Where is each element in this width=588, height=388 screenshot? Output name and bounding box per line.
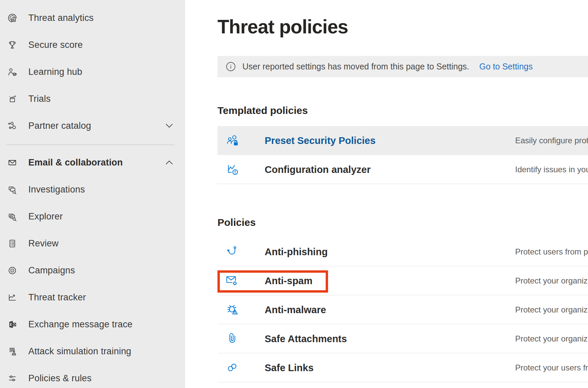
safe-links-icon xyxy=(225,360,240,375)
threat-tracker-icon xyxy=(7,292,18,303)
sidebar-item-label: Learning hub xyxy=(28,67,82,77)
sidebar-item-label: Review xyxy=(28,238,59,249)
sidebar-item-threat-analytics[interactable]: Threat analytics xyxy=(0,4,185,31)
secure-score-icon xyxy=(7,40,18,50)
preset-security-policies-icon xyxy=(225,133,240,148)
sidebar-item-label: Partner catalog xyxy=(28,121,91,131)
sidebar-item-label: Threat analytics xyxy=(28,13,94,23)
sidebar-item-secure-score[interactable]: Secure score xyxy=(0,31,185,58)
info-banner: User reported settings has moved from th… xyxy=(217,56,588,77)
sidebar-item-label: Email & collaboration xyxy=(28,157,123,168)
sidebar: Threat analytics Secure score xyxy=(0,0,185,388)
sidebar-item-email-collaboration[interactable]: Email & collaboration xyxy=(0,149,185,176)
sidebar-item-label: Campaigns xyxy=(28,265,75,276)
row-description: Identify issues in you xyxy=(515,165,588,174)
go-to-settings-link[interactable]: Go to Settings xyxy=(479,62,533,71)
policies-list: Anti-phishing Protect users from p Anti-… xyxy=(217,237,588,382)
row-label: Anti-malware xyxy=(265,304,326,315)
attack-simulation-icon xyxy=(7,346,18,357)
row-label: Safe Attachments xyxy=(265,333,347,344)
row-label: Anti-spam xyxy=(265,275,313,286)
sidebar-item-label: Secure score xyxy=(28,40,83,50)
anti-phishing-icon xyxy=(225,244,240,259)
sidebar-item-exchange-message-trace[interactable]: Exchange message trace xyxy=(0,311,185,338)
sidebar-item-label: Exchange message trace xyxy=(28,319,133,330)
safe-attachments-icon xyxy=(225,331,240,346)
email-icon xyxy=(7,157,18,168)
policies-rules-icon xyxy=(7,373,18,384)
info-icon xyxy=(226,62,236,71)
anti-spam-icon xyxy=(225,273,240,288)
row-preset-security-policies[interactable]: Preset Security Policies Easily configur… xyxy=(217,126,588,155)
section-heading-policies: Policies xyxy=(217,216,256,229)
row-description: Protect your organiz xyxy=(515,276,588,286)
configuration-analyzer-icon xyxy=(225,162,240,177)
sidebar-item-threat-tracker[interactable]: Threat tracker xyxy=(0,284,185,311)
investigations-icon xyxy=(7,184,18,195)
sidebar-item-policies-rules[interactable]: Policies & rules xyxy=(0,365,185,388)
sidebar-email-group: Email & collaboration Investigations xyxy=(0,149,185,388)
sidebar-item-review[interactable]: Review xyxy=(0,230,185,257)
sidebar-divider xyxy=(6,145,175,145)
row-description: Protect your organiz xyxy=(515,305,588,315)
row-anti-spam[interactable]: Anti-spam Protect your organiz xyxy=(217,266,588,295)
sidebar-top-group: Threat analytics Secure score xyxy=(0,0,185,139)
section-heading-templated-policies: Templated policies xyxy=(217,104,308,117)
exchange-icon xyxy=(7,319,18,330)
sidebar-item-trials[interactable]: Trials xyxy=(0,85,185,112)
banner-message: User reported settings has moved from th… xyxy=(242,62,469,71)
row-configuration-analyzer[interactable]: Configuration analyzer Identify issues i… xyxy=(217,155,588,184)
partner-catalog-icon xyxy=(7,121,18,131)
row-label-link[interactable]: Preset Security Policies xyxy=(265,135,376,146)
row-anti-phishing[interactable]: Anti-phishing Protect users from p xyxy=(217,237,588,266)
row-description: Protect users from p xyxy=(515,247,588,257)
sidebar-item-label: Investigations xyxy=(28,184,85,195)
templated-policies-list: Preset Security Policies Easily configur… xyxy=(217,126,588,184)
sidebar-item-investigations[interactable]: Investigations xyxy=(0,176,185,203)
sidebar-item-label: Explorer xyxy=(28,211,63,222)
chevron-down-icon xyxy=(166,123,173,128)
main-content: Threat policies User reported settings h… xyxy=(185,0,588,388)
defender-portal-window: Threat analytics Secure score xyxy=(0,0,588,388)
threat-analytics-icon xyxy=(7,13,18,23)
row-description: Protect your users fr xyxy=(515,363,588,372)
campaigns-icon xyxy=(7,265,18,276)
row-description: Protect your organiz xyxy=(515,334,588,344)
chevron-up-icon xyxy=(166,160,173,165)
row-description: Easily configure prot xyxy=(515,136,588,145)
learning-hub-icon xyxy=(7,67,18,77)
page-title: Threat policies xyxy=(217,14,348,39)
row-safe-links[interactable]: Safe Links Protect your users fr xyxy=(217,353,588,382)
row-anti-malware[interactable]: Anti-malware Protect your organiz xyxy=(217,295,588,324)
anti-malware-icon xyxy=(225,302,240,317)
review-icon xyxy=(7,238,18,249)
sidebar-item-partner-catalog[interactable]: Partner catalog xyxy=(0,112,185,139)
trials-icon xyxy=(7,94,18,104)
sidebar-item-label: Policies & rules xyxy=(28,373,92,384)
row-label: Anti-phishing xyxy=(265,246,328,257)
sidebar-item-campaigns[interactable]: Campaigns xyxy=(0,257,185,284)
sidebar-item-label: Attack simulation training xyxy=(28,346,131,357)
row-label: Safe Links xyxy=(265,362,314,373)
sidebar-item-attack-simulation-training[interactable]: Attack simulation training xyxy=(0,338,185,365)
sidebar-item-label: Trials xyxy=(28,94,51,104)
sidebar-item-learning-hub[interactable]: Learning hub xyxy=(0,58,185,85)
sidebar-item-explorer[interactable]: Explorer xyxy=(0,203,185,230)
row-safe-attachments[interactable]: Safe Attachments Protect your organiz xyxy=(217,324,588,353)
explorer-icon xyxy=(7,211,18,222)
sidebar-item-label: Threat tracker xyxy=(28,292,86,303)
row-label: Configuration analyzer xyxy=(265,164,371,175)
